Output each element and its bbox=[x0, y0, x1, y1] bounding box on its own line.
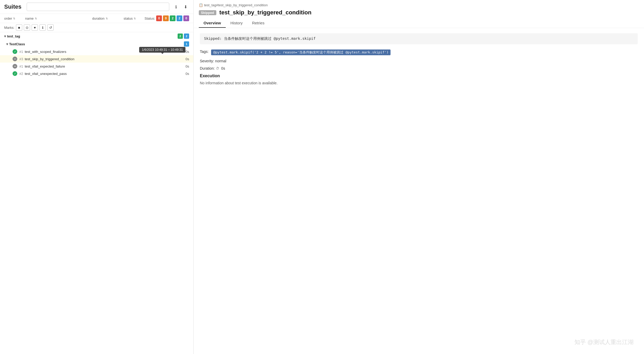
tooltip-arrow bbox=[161, 53, 164, 54]
execution-title: Execution bbox=[200, 74, 638, 78]
breadcrumb: 📋 test_tag#test_skip_by_triggered_condit… bbox=[199, 3, 639, 7]
tree-container[interactable]: ▾ test_tag 2 2 ▾ TestClass 1 ✓ #1 test_w… bbox=[0, 32, 193, 354]
test-title-row: Skipped test_skip_by_triggered_condition bbox=[199, 9, 639, 16]
tab-history[interactable]: History bbox=[226, 19, 247, 28]
mark-circle-icon[interactable]: ⊙ bbox=[24, 24, 30, 31]
name-header[interactable]: name ⇅ bbox=[25, 16, 92, 20]
mark-filled-icon[interactable]: ■ bbox=[16, 24, 22, 31]
right-content: Skipped: 当条件触发时这个用例被跳过 @pytest.mark.skip… bbox=[194, 28, 644, 354]
group-badges: 2 2 bbox=[178, 34, 189, 39]
header-icons: ℹ ⬇ bbox=[172, 3, 189, 10]
tree-test-4[interactable]: ✓ #2 test_xfail_unexpected_pass 0s bbox=[0, 70, 193, 77]
badge-orange[interactable]: 0 bbox=[163, 15, 169, 21]
mark-heart-icon[interactable]: ♥ bbox=[32, 24, 38, 31]
tree-test-3[interactable]: − #1 test_xfail_expected_failure 0s bbox=[0, 63, 193, 70]
tabs: Overview History Retries bbox=[199, 19, 639, 28]
test-duration-4: 0s bbox=[185, 72, 189, 76]
tree-group[interactable]: ▾ test_tag 2 2 bbox=[0, 32, 193, 40]
test-name-4: test_xfail_unexpected_pass bbox=[25, 72, 185, 76]
skip-icon-2: − bbox=[13, 57, 17, 61]
status-sort-icon: ⇅ bbox=[134, 17, 136, 20]
test-name-3: test_xfail_expected_failure bbox=[25, 64, 185, 68]
duration-sort-icon: ⇅ bbox=[106, 17, 108, 20]
left-header: Suites ℹ ⬇ bbox=[0, 0, 193, 14]
name-sort-icon: ⇅ bbox=[35, 17, 37, 20]
test-num-3: #1 bbox=[19, 64, 23, 68]
execution-msg: No information about test execution is a… bbox=[200, 81, 638, 85]
test-duration-1: 0s bbox=[185, 50, 189, 54]
severity-value: normal bbox=[215, 59, 226, 63]
skip-icon-3: − bbox=[13, 64, 17, 69]
severity-label: Severity: bbox=[200, 59, 214, 63]
test-name-2: test_skip_by_triggered_condition bbox=[25, 57, 185, 61]
pass-icon-4: ✓ bbox=[13, 71, 17, 76]
info-icon[interactable]: ℹ bbox=[172, 3, 180, 10]
tag-chip[interactable]: @pytest.mark.skipif('2 + 2 != 5', reason… bbox=[211, 49, 391, 55]
test-num-4: #2 bbox=[19, 72, 23, 76]
badge-purple[interactable]: 0 bbox=[183, 15, 189, 21]
group-name: test_tag bbox=[7, 34, 20, 38]
order-header[interactable]: order ⇅ bbox=[4, 16, 25, 20]
test-num-2: #3 bbox=[19, 57, 23, 61]
group-badge-green: 2 bbox=[178, 34, 183, 39]
breadcrumb-icon: 📋 bbox=[199, 3, 203, 7]
tab-retries[interactable]: Retries bbox=[247, 19, 269, 28]
marks-row: Marks: ■ ⊙ ♥ ℹ ↺ bbox=[0, 23, 193, 32]
column-headers: order ⇅ name ⇅ duration ⇅ status ⇅ bbox=[0, 14, 193, 23]
tab-overview[interactable]: Overview bbox=[199, 19, 226, 28]
test-duration-2: 0s bbox=[185, 57, 189, 61]
class-chevron: ▾ bbox=[6, 42, 8, 46]
severity-row: Severity: normal bbox=[200, 59, 638, 63]
duration-label: Duration: bbox=[200, 66, 215, 70]
skip-reason-box: Skipped: 当条件触发时这个用例被跳过 @pytest.mark.skip… bbox=[200, 33, 638, 44]
badge-red[interactable]: 0 bbox=[156, 15, 162, 21]
test-title: test_skip_by_triggered_condition bbox=[219, 9, 312, 16]
mark-refresh-icon[interactable]: ↺ bbox=[47, 24, 54, 31]
duration-tooltip: 1/6/2023 10:49:31 – 10:49:31 bbox=[139, 47, 185, 53]
download-icon[interactable]: ⬇ bbox=[182, 3, 189, 10]
duration-row: Duration: ⏱ 0s bbox=[200, 66, 638, 70]
mark-info-icon[interactable]: ℹ bbox=[39, 24, 46, 31]
right-header: 📋 test_tag#test_skip_by_triggered_condit… bbox=[194, 0, 644, 28]
status-badges: Status: 0 0 2 2 0 bbox=[145, 15, 189, 21]
badge-blue[interactable]: 2 bbox=[177, 15, 182, 21]
suites-title: Suites bbox=[4, 3, 21, 10]
clock-icon: ⏱ bbox=[216, 67, 219, 70]
left-panel: Suites ℹ ⬇ order ⇅ name ⇅ bbox=[0, 0, 194, 354]
tree-test-2[interactable]: − #3 test_skip_by_triggered_condition 0s… bbox=[0, 55, 193, 63]
tags-label: Tags: bbox=[200, 49, 208, 54]
duration-value: 0s bbox=[221, 66, 225, 70]
test-duration-3: 0s bbox=[185, 64, 189, 68]
class-badge: 1 bbox=[184, 41, 189, 47]
badge-green[interactable]: 2 bbox=[170, 15, 176, 21]
duration-header[interactable]: duration ⇅ bbox=[92, 16, 124, 20]
class-badge-blue: 1 bbox=[184, 41, 189, 47]
search-input[interactable] bbox=[27, 3, 169, 11]
group-chevron: ▾ bbox=[4, 34, 6, 38]
group-badge-blue: 2 bbox=[184, 34, 189, 39]
order-sort-icon: ⇅ bbox=[13, 17, 15, 20]
tags-row: Tags: @pytest.mark.skipif('2 + 2 != 5', … bbox=[200, 49, 638, 55]
test-num-1: #1 bbox=[19, 50, 23, 54]
pass-icon-1: ✓ bbox=[13, 49, 17, 54]
class-name: TestClass bbox=[9, 42, 25, 46]
right-panel: 📋 test_tag#test_skip_by_triggered_condit… bbox=[194, 0, 644, 354]
status-header[interactable]: status ⇅ bbox=[124, 16, 145, 20]
skipped-badge: Skipped bbox=[199, 10, 216, 15]
